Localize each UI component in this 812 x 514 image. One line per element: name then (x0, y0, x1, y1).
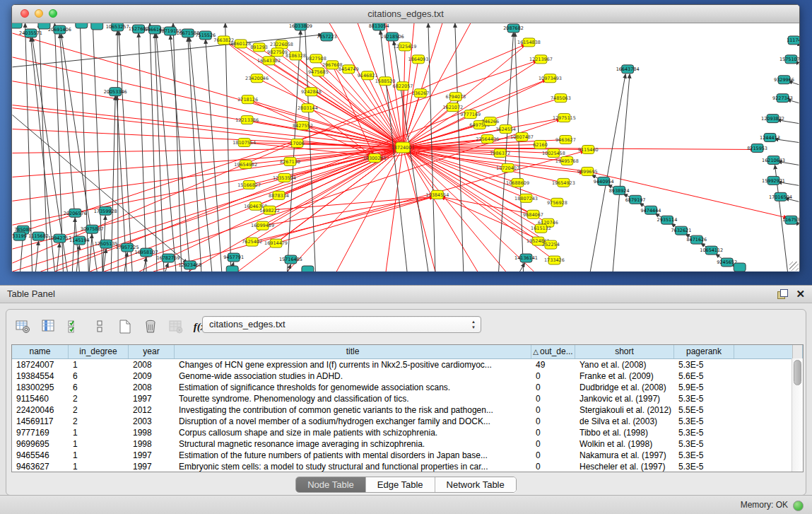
graph-node-label: 18300295 (363, 156, 387, 161)
window-resize-grip[interactable] (789, 262, 799, 271)
graph-node-label: 9440954 (594, 179, 614, 185)
panel-actions: ✕ (777, 286, 805, 303)
table-row[interactable]: 2242004622012Investigating the contribut… (12, 404, 803, 416)
delete-table-icon[interactable] (167, 318, 184, 335)
table-panel-titlebar: Table Panel ✕ (0, 285, 812, 303)
graph-node-label: 9827509 (267, 49, 288, 55)
float-panel-icon[interactable] (777, 289, 787, 299)
graph-node[interactable] (734, 263, 746, 271)
new-column-icon[interactable] (117, 318, 134, 335)
column-header-out-de-[interactable]: △out_de... (531, 345, 575, 358)
graph-node-label: 13942757 (48, 235, 71, 241)
scrollbar-thumb[interactable] (794, 360, 801, 385)
row-selection-icon[interactable] (66, 318, 83, 335)
graph-node-label: 9827508 (306, 56, 326, 62)
graph-node-label: 891293 (250, 45, 268, 50)
status-bar: Memory: OK (0, 495, 812, 514)
graph-node-label: 23226058 (270, 42, 293, 47)
tab-node-table[interactable]: Node Table (296, 477, 366, 492)
app-screen: citations_edges.txt 18724007183002951938… (0, 0, 812, 514)
cell-out-de-: 49 (531, 359, 575, 370)
graph-edge (403, 148, 478, 272)
graph-edge (93, 23, 102, 271)
cell-year: 1997 (129, 461, 175, 472)
cell-short: Hescheler et al. (1997) (575, 461, 674, 472)
cell-title: Investigating the contribution of common… (175, 404, 531, 416)
cell-year: 1998 (129, 427, 175, 438)
graph-edge (189, 37, 212, 271)
cell-out-de-: 0 (531, 450, 575, 461)
graph-node-label: 1498222 (259, 208, 280, 214)
column-header-in-degree[interactable]: in_degree (69, 345, 129, 358)
column-header-pagerank[interactable]: pagerank (674, 345, 734, 358)
show-columns-icon[interactable] (40, 318, 57, 335)
graph-node-label: 7857223 (317, 34, 337, 40)
graph-node-label: 8267130 (280, 159, 300, 165)
cell-title: Changes of HCN gene expression and I(f) … (175, 359, 531, 370)
graph-node-label: 8938924 (609, 188, 630, 194)
table-row[interactable]: 911546021997Tourette syndrome. Phenomeno… (12, 393, 803, 404)
column-header-title[interactable]: title (175, 345, 531, 358)
graph-node-label: 7515526 (195, 33, 216, 38)
table-mode-icon[interactable] (15, 318, 32, 335)
graph-node-label: 10973493 (539, 76, 562, 81)
network-canvas[interactable]: 1872400718300295193845547663822886012889… (12, 23, 799, 271)
cell-name: 22420046 (12, 404, 69, 416)
table-vertical-scrollbar[interactable] (792, 358, 803, 472)
table-row[interactable]: 1830029562008Estimation of significance … (12, 382, 803, 393)
close-panel-icon[interactable]: ✕ (796, 289, 805, 299)
tab-network-table[interactable]: Network Table (435, 477, 516, 492)
cell-out-de-: 0 (531, 461, 575, 472)
graph-node[interactable] (302, 266, 314, 271)
graph-node-label: 3624554 (495, 127, 516, 132)
column-header-year[interactable]: year (129, 345, 175, 358)
cell-out-de-: 0 (531, 427, 575, 438)
graph-node[interactable] (226, 266, 238, 271)
column-header-name[interactable]: name (12, 345, 69, 358)
graph-node-label: 11174 (787, 37, 799, 43)
tab-edge-table[interactable]: Edge Table (366, 477, 435, 492)
delete-column-icon[interactable] (142, 318, 159, 335)
network-graph: 1872400718300295193845547663822886012889… (12, 23, 799, 271)
column-header-short[interactable]: short (575, 345, 674, 358)
graph-node-label: 8454749 (339, 66, 359, 72)
table-row[interactable]: 946362711997Embryonic stem cells: a mode… (12, 461, 803, 472)
graph-node-label: 8813054 (369, 23, 389, 29)
table-row[interactable]: 969969511998Structural magnetic resonanc… (12, 438, 803, 450)
graph-node[interactable] (91, 23, 103, 30)
graph-edge (89, 234, 92, 271)
table-row[interactable]: 946554611997Estimation of the future num… (12, 450, 803, 461)
graph-node[interactable] (76, 23, 88, 28)
graph-node-label: 9115460 (578, 147, 599, 153)
window-titlebar[interactable]: citations_edges.txt (12, 5, 799, 23)
cell-short: Stergiakouli et al. (2012) (575, 404, 674, 416)
graph-node-label: 9474444 (641, 208, 661, 214)
table-row[interactable]: 1938455462009Genome-wide association stu… (12, 370, 803, 382)
cell-title: Corpus callosum shape and size in male p… (175, 427, 531, 438)
cell-out-de-: 0 (531, 404, 575, 416)
graph-node[interactable] (12, 23, 22, 28)
scrollbar-corner (792, 345, 803, 358)
graph-node-label: 9227343 (772, 95, 793, 101)
table-row[interactable]: 977716911998Corpus callosum shape and si… (12, 427, 803, 438)
cell-title: Estimation of significance thresholds fo… (175, 382, 531, 393)
cell-in-degree: 6 (69, 370, 129, 382)
table-source-dropdown[interactable]: citations_edges.txt ▲▼ (202, 316, 481, 333)
graph-node-label: 2935114 (657, 218, 678, 223)
graph-node-label: 20053346 (104, 89, 127, 95)
panel-orientation-icon[interactable] (91, 318, 108, 335)
graph-node-label: 12325419 (394, 44, 417, 49)
cell-pagerank: 5.5E-5 (674, 404, 734, 416)
cell-out-de-: 0 (531, 438, 575, 450)
graph-node[interactable] (38, 23, 50, 29)
cell-short: Wolkin et al. (1998) (575, 438, 674, 450)
graph-node-label: 746266 (481, 119, 499, 124)
table-row[interactable]: 1872400712008Changes of HCN gene express… (12, 359, 803, 370)
cell-out-de-: 0 (531, 370, 575, 382)
graph-node-label: 7625402 (242, 239, 262, 245)
graph-node-label: 10688609 (506, 180, 529, 186)
cell-in-degree: 1 (69, 359, 129, 370)
graph-node-label: 19495768 (555, 158, 579, 164)
node-table: namein_degreeyeartitle△out_de...shortpag… (11, 344, 804, 472)
table-row[interactable]: 1456911722003Disruption of a novel membe… (12, 416, 803, 427)
